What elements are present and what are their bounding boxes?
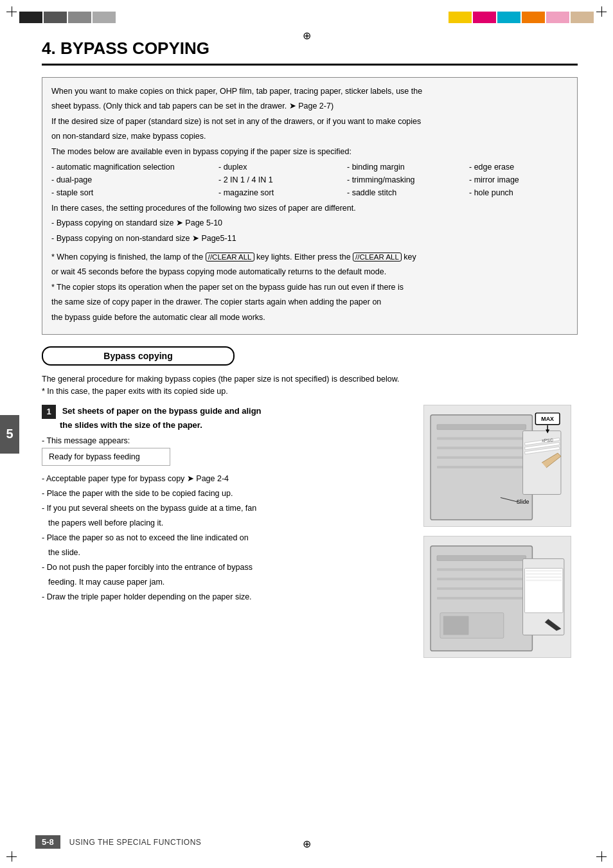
crosshair-bottom: ⊕ <box>303 838 311 850</box>
color-bar-right <box>449 12 594 23</box>
modes-grid: - automatic magnification selection - du… <box>51 161 568 199</box>
color-swatch-black <box>19 12 42 23</box>
svg-rect-1 <box>437 424 526 429</box>
notes-section: * When copying is finished, the lamp of … <box>51 251 568 324</box>
step1-images: MAX xPS© Slide <box>423 405 578 667</box>
color-swatch-orange <box>522 12 545 23</box>
clear-all-key-1: //CLEAR ALL <box>206 252 254 261</box>
color-swatch-cyan <box>497 12 520 23</box>
svg-rect-2 <box>437 437 526 439</box>
info-line2: sheet bypass. (Only thick and tab papers… <box>51 100 568 112</box>
clear-all-key-2: //CLEAR ALL <box>353 252 402 261</box>
note1: * When copying is finished, the lamp of … <box>51 251 568 263</box>
color-swatch-lightgray <box>93 12 116 23</box>
message-box: Ready for bypass feeding <box>42 448 170 466</box>
svg-rect-24 <box>525 568 563 612</box>
svg-rect-20 <box>437 578 526 580</box>
info-line3: If the desired size of paper (standard s… <box>51 116 568 128</box>
color-swatch-pink <box>546 12 569 23</box>
svg-rect-21 <box>437 587 526 590</box>
svg-rect-27 <box>526 576 562 578</box>
svg-rect-22 <box>437 597 526 599</box>
reg-mark-bl <box>6 851 17 862</box>
step1-instruction: 1 Set sheets of paper on the bypass guid… <box>42 405 411 432</box>
info-line1: When you want to make copies on thick pa… <box>51 85 568 98</box>
step1-content: 1 Set sheets of paper on the bypass guid… <box>42 405 411 606</box>
step1-number: 1 <box>42 405 56 419</box>
crosshair-top: ⊕ <box>303 30 311 42</box>
page-number: 5-8 <box>35 835 60 849</box>
color-bar-left <box>19 12 116 23</box>
svg-rect-3 <box>437 447 526 449</box>
svg-rect-18 <box>437 555 526 560</box>
svg-rect-30 <box>443 616 469 635</box>
svg-rect-19 <box>437 568 526 571</box>
svg-rect-5 <box>437 466 526 468</box>
svg-rect-4 <box>437 456 526 459</box>
main-content: 4. BYPASS COPYING When you want to make … <box>35 39 578 667</box>
top-bar-container: ⊕ <box>0 12 613 23</box>
color-swatch-gray <box>68 12 91 23</box>
color-swatch-magenta <box>473 12 496 23</box>
color-swatch-darkgray <box>44 12 67 23</box>
svg-rect-25 <box>526 570 562 571</box>
svg-text:Slide: Slide <box>517 499 529 505</box>
svg-rect-28 <box>526 580 562 581</box>
machine-image-1: MAX xPS© Slide <box>423 405 571 527</box>
step1-notes: - Acceptable paper type for bypass copy … <box>42 472 411 603</box>
section-desc: The general procedure for making bypass … <box>42 373 578 398</box>
svg-text:MAX: MAX <box>541 415 554 421</box>
reg-mark-br <box>596 851 607 862</box>
chapter-tab: 5 <box>0 415 19 454</box>
color-swatch-tan <box>571 12 594 23</box>
color-swatch-yellow <box>449 12 472 23</box>
chapter-title: 4. BYPASS COPYING <box>42 39 578 66</box>
info-box: When you want to make copies on thick pa… <box>42 77 578 335</box>
svg-rect-26 <box>526 573 562 574</box>
message-label: - This message appears: <box>42 436 411 445</box>
machine-image-2 <box>423 536 571 658</box>
step1-row: 1 Set sheets of paper on the bypass guid… <box>42 405 578 667</box>
bypass-section-header: Bypass copying <box>42 346 235 366</box>
svg-text:xPS©: xPS© <box>542 438 553 443</box>
footer-text: USING THE SPECIAL FUNCTIONS <box>69 838 202 847</box>
